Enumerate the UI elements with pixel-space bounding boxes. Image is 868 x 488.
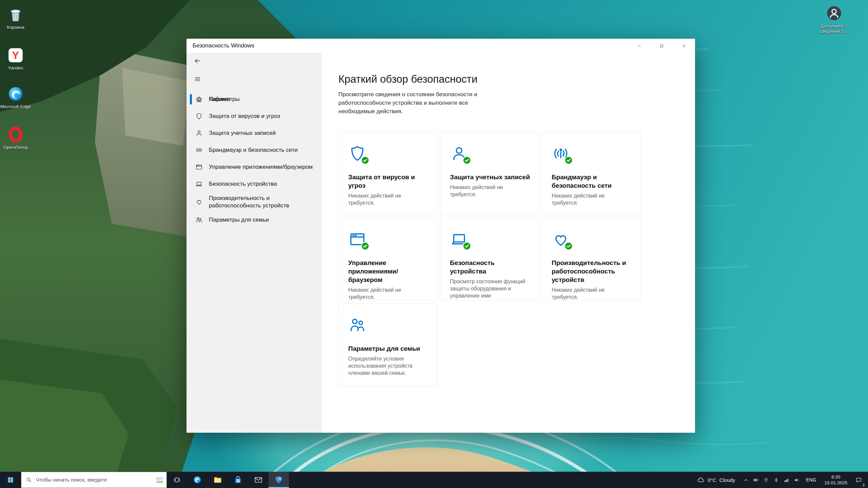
tray-power[interactable] bbox=[761, 472, 771, 488]
tile-icon-wrap bbox=[552, 144, 571, 163]
tile-icon-wrap bbox=[450, 230, 469, 249]
desktop-icon-more-info[interactable]: Дополните… сведения о… bbox=[818, 5, 850, 34]
tile-icon-wrap bbox=[348, 230, 367, 249]
menu-toggle-button[interactable] bbox=[189, 72, 205, 86]
notification-icon bbox=[855, 477, 862, 483]
taskbar-app-store[interactable] bbox=[228, 472, 248, 488]
desktop-icon-opera-setup[interactable]: OperaSetup bbox=[0, 126, 31, 150]
edge-icon bbox=[7, 85, 24, 102]
security-tiles-grid: Защита от вирусов и угроз Никаких действ… bbox=[338, 132, 695, 386]
tile-firewall-network[interactable]: Брандмауэр и безопасность сети Никаких д… bbox=[542, 132, 641, 215]
desktop-icon-label: Корзина bbox=[7, 25, 24, 30]
desktop-icon-label: OperaSetup bbox=[3, 145, 28, 150]
recycle-bin-icon bbox=[7, 6, 24, 23]
tile-status: Никаких действий не требуется. bbox=[552, 192, 632, 206]
tile-title: Защита от вирусов и угроз bbox=[348, 173, 428, 190]
desktop-icon-microsoft-edge[interactable]: Microsoft Edge bbox=[0, 85, 31, 109]
taskbar-app-edge[interactable] bbox=[187, 472, 208, 488]
tile-title: Управление приложениями/браузером bbox=[348, 259, 428, 284]
tile-status: Никаких действий не требуется. bbox=[348, 286, 428, 301]
green-check-icon bbox=[462, 156, 471, 165]
taskbar-app-mail[interactable] bbox=[248, 472, 269, 488]
speaker-icon bbox=[794, 477, 800, 483]
maximize-button[interactable] bbox=[650, 39, 673, 53]
green-check-icon bbox=[564, 156, 573, 165]
tile-icon-wrap bbox=[450, 144, 469, 163]
cloud-icon bbox=[697, 476, 705, 484]
gear-icon bbox=[195, 96, 203, 103]
page-title: Краткий обзор безопасности bbox=[338, 53, 695, 86]
tray-battery[interactable] bbox=[751, 472, 761, 488]
tile-title: Брандмауэр и безопасность сети bbox=[552, 173, 632, 190]
tile-status: Просмотр состояния функций защиты оборуд… bbox=[450, 278, 530, 299]
desktop-icon-label: Yandex bbox=[8, 65, 23, 71]
windows-security-window: Безопасность Windows Кабинет Защита от в… bbox=[186, 39, 695, 433]
back-button[interactable] bbox=[189, 54, 205, 68]
tray-bluetooth[interactable] bbox=[771, 472, 781, 488]
clock-time: 8:20 bbox=[831, 474, 840, 480]
tile-virus-threat-protection[interactable]: Защита от вирусов и угроз Никаких действ… bbox=[338, 132, 437, 215]
desktop-icon-label: Microsoft Edge bbox=[0, 104, 31, 109]
tile-status: Никаких действий не требуется. bbox=[450, 184, 530, 198]
bluetooth-icon bbox=[773, 477, 779, 483]
tile-title: Защита учетных записей bbox=[450, 173, 530, 181]
tile-account-protection[interactable]: Защита учетных записей Никаких действий … bbox=[440, 132, 539, 215]
tile-app-browser-control[interactable]: Управление приложениями/браузером Никаки… bbox=[338, 218, 437, 301]
tile-status: Никаких действий не требуется. bbox=[552, 286, 632, 301]
green-check-icon bbox=[361, 156, 370, 165]
weather-temp: 0°C bbox=[708, 477, 716, 483]
tile-status: Никаких действий не требуется. bbox=[348, 192, 428, 206]
notification-count: 2 bbox=[863, 483, 865, 487]
tile-device-performance-health[interactable]: Производительность и работоспособность у… bbox=[542, 218, 641, 301]
green-check-icon bbox=[564, 242, 573, 250]
desktop: Y { "colors": { "accent": "#0078d7", "su… bbox=[0, 0, 868, 488]
folder-icon bbox=[213, 475, 222, 484]
minimize-button[interactable] bbox=[628, 39, 650, 53]
sidebar-item-settings[interactable]: Параметры bbox=[186, 91, 322, 108]
tile-icon-wrap bbox=[348, 144, 367, 163]
search-icon bbox=[26, 477, 32, 483]
green-check-icon bbox=[361, 242, 370, 250]
taskbar-app-file-explorer[interactable] bbox=[208, 472, 228, 488]
desktop-icon-label: Дополните… сведения о… bbox=[818, 23, 850, 34]
start-button[interactable] bbox=[0, 472, 21, 488]
window-title: Безопасность Windows bbox=[193, 42, 254, 49]
task-view-button[interactable] bbox=[167, 472, 187, 488]
windows-logo-icon bbox=[7, 476, 14, 483]
window-titlebar[interactable]: Безопасность Windows bbox=[186, 39, 695, 53]
language-indicator[interactable]: ENG bbox=[802, 472, 821, 488]
page-subtitle: Просмотрите сведения о состоянии безопас… bbox=[338, 90, 500, 116]
close-button[interactable] bbox=[673, 39, 695, 53]
clock[interactable]: 8:20 15.01.2025 bbox=[821, 472, 851, 488]
security-shield-icon bbox=[274, 475, 283, 484]
search-input[interactable] bbox=[35, 476, 154, 483]
tray-volume[interactable] bbox=[791, 472, 802, 488]
taskbar-app-windows-security[interactable] bbox=[269, 472, 289, 488]
mail-icon bbox=[254, 475, 263, 484]
battery-icon bbox=[753, 477, 759, 483]
system-tray: 0°C Cloudy ENG 8:20 15.01.2025 2 bbox=[692, 472, 868, 488]
green-check-icon bbox=[462, 242, 471, 250]
clock-date: 15.01.2025 bbox=[824, 480, 847, 486]
tile-title: Параметры для семьи bbox=[348, 344, 428, 353]
window-controls bbox=[628, 39, 695, 53]
tile-title: Производительность и работоспособность у… bbox=[552, 259, 632, 284]
search-highlight-icon[interactable] bbox=[154, 475, 164, 484]
taskbar-search[interactable] bbox=[21, 472, 167, 488]
tile-status: Определяйте условия использования устрой… bbox=[348, 355, 428, 377]
weather-condition: Cloudy bbox=[719, 477, 735, 483]
chevron-up-icon bbox=[743, 477, 749, 483]
action-center-button[interactable]: 2 bbox=[851, 472, 866, 488]
desktop-icon-yandex[interactable]: Yandex bbox=[0, 47, 31, 71]
tile-family-options[interactable]: Параметры для семьи Определяйте условия … bbox=[338, 303, 437, 386]
weather-widget[interactable]: 0°C Cloudy bbox=[692, 472, 741, 488]
tray-expand-button[interactable] bbox=[741, 472, 751, 488]
store-icon bbox=[234, 475, 242, 484]
desktop-icon-recycle-bin[interactable]: Корзина bbox=[0, 6, 31, 30]
sidebar: Кабинет Защита от вирусов и угроз Защита… bbox=[186, 53, 322, 433]
window-body: Кабинет Защита от вирусов и угроз Защита… bbox=[186, 53, 695, 433]
main-content: Краткий обзор безопасности Просмотрите с… bbox=[322, 53, 695, 433]
tray-network[interactable] bbox=[781, 472, 791, 488]
sidebar-footer: Параметры bbox=[186, 91, 322, 431]
tile-device-security[interactable]: Безопасность устройства Просмотр состоян… bbox=[440, 218, 539, 301]
